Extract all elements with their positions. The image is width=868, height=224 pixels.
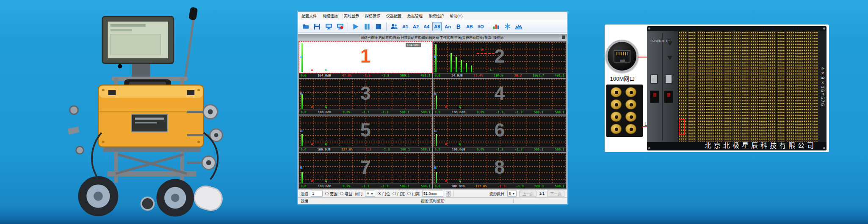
readout-value: 0.0 <box>435 148 441 151</box>
range-radio-label: 范围 <box>330 191 337 197</box>
menu-network[interactable]: 网络连接 <box>323 13 338 19</box>
step-down-icon[interactable]: ▼ <box>446 194 451 197</box>
menu-system-maintenance[interactable]: 系统维护 <box>428 13 444 19</box>
next-page-button[interactable]: 下一页 <box>547 191 564 197</box>
io-button[interactable]: I/O <box>476 22 486 31</box>
serial-connector <box>665 74 672 84</box>
instrument-case <box>98 79 204 147</box>
connection-status-bar: 网络已连接 启动方式:自动 扫描驱动方式:编码器驱动 工作状态:空闲(等待启动信… <box>298 34 567 41</box>
channel-3-panel[interactable]: B A C 3 <box>299 79 432 110</box>
gate-value-input[interactable] <box>422 191 443 197</box>
gate-c-marker: C <box>325 179 327 183</box>
open-config-button[interactable] <box>301 22 311 32</box>
ethernet-port-magnifier <box>605 40 639 73</box>
wave-count-select[interactable]: 8▼ <box>507 191 517 197</box>
view-a1-button[interactable]: A1 <box>401 22 410 31</box>
gain-radio[interactable]: 增益 <box>340 191 352 197</box>
local-display-button[interactable] <box>323 22 334 32</box>
radio-icon <box>325 192 329 195</box>
gate-position-label: 门位 <box>382 191 390 197</box>
channel-5-panel[interactable]: B A C 5 <box>299 115 432 147</box>
vent-triangle-icon <box>667 56 672 60</box>
readout-value: 500.1 <box>421 185 431 188</box>
sma-connector-icon <box>625 99 636 109</box>
sma-connector-icon <box>625 87 636 97</box>
value-stepper[interactable]: ▲▼ <box>446 191 451 197</box>
toolbar: A1 A2 A4 A8 An B AB I/O <box>298 20 567 33</box>
menu-bar: 配置文件 网络连接 实时显示 探伤操作 仪器配置 数据管理 系统维护 帮助(H) <box>298 12 567 20</box>
spectrum-icon <box>515 23 522 30</box>
pin-icon[interactable] <box>562 36 565 39</box>
divider <box>453 191 453 197</box>
gold-pin-array <box>678 31 818 142</box>
spectrum-button[interactable] <box>514 22 524 32</box>
readout-value: -1.3 <box>381 185 388 188</box>
start-button[interactable] <box>351 22 361 32</box>
range-radio[interactable]: 范围 <box>325 191 337 197</box>
readout-value: -1.3 <box>381 111 388 114</box>
gate-position-radio[interactable]: 门位 <box>378 191 390 197</box>
wave-count-label: 波形数目 <box>489 191 504 197</box>
channel-1-panel[interactable]: B A C 1 104.0dB <box>299 41 432 73</box>
readout-value: 0.0% <box>477 148 484 151</box>
menu-flaw-detection[interactable]: 探伤操作 <box>365 13 380 19</box>
gate-select[interactable]: A▼ <box>365 191 375 197</box>
readout-value: 500.1 <box>555 111 564 114</box>
channel-input[interactable] <box>311 191 323 197</box>
sma-connector-icon <box>611 112 622 122</box>
view-an-button[interactable]: An <box>443 22 453 31</box>
step-up-icon[interactable]: ▲ <box>446 191 451 194</box>
readout-value: -1.3 <box>362 185 369 188</box>
channel-7-panel[interactable]: B A C 7 <box>299 153 432 184</box>
menu-help[interactable]: 帮助(H) <box>450 13 463 19</box>
power-switch[interactable] <box>650 90 659 103</box>
network-display-button[interactable] <box>335 22 345 32</box>
readout-value: -1.3 <box>498 185 505 188</box>
save-button[interactable] <box>312 22 322 32</box>
channel-4: B A C 4 0.0100.0dB0.0%-1.3-1.3500.1500.1 <box>433 79 567 115</box>
stop-button[interactable] <box>373 22 384 32</box>
open-folder-icon <box>302 23 310 30</box>
monitor <box>102 16 174 79</box>
channel-8-panel[interactable]: B A C 8 <box>433 153 567 184</box>
readout-value: 500.1 <box>400 185 409 188</box>
freeze-button[interactable] <box>502 22 512 32</box>
readout-value: 0.0 <box>435 74 441 77</box>
prev-page-button[interactable]: 上一页 <box>519 191 536 197</box>
users-button[interactable] <box>389 22 399 32</box>
readout-value: 500.1 <box>534 111 544 114</box>
ethernet-port-label: 100M网口 <box>605 74 640 82</box>
toolbar-separator <box>348 22 348 31</box>
view-a2-button[interactable]: A2 <box>411 22 420 31</box>
readout-value: 28.2 <box>514 74 522 77</box>
readout-value: 500.1 <box>421 148 431 151</box>
instrument-chassis: TOWER UT 4×9×16=576 北京北极星辰科技有限公司 <box>647 26 827 150</box>
gate-width-radio[interactable]: 门宽 <box>393 191 405 197</box>
view-a8-button[interactable]: A8 <box>432 22 442 31</box>
channel-label: 通道 <box>301 191 308 197</box>
menu-data-management[interactable]: 数据管理 <box>407 13 423 19</box>
channel-1-readout: 0.0104.0dB47.0%-1.3-1.3500.1491.1 <box>299 73 432 78</box>
channel-4-panel[interactable]: B A C 4 <box>433 79 567 110</box>
menu-realtime-display[interactable]: 实时显示 <box>344 13 359 19</box>
gate-select-value: A <box>367 191 369 196</box>
view-ab-button[interactable]: AB <box>464 22 475 31</box>
screw-icon <box>648 27 650 30</box>
channel-2-panel[interactable]: B A C 2 <box>433 41 567 73</box>
view-b-button[interactable]: B <box>454 22 463 31</box>
readout-value: 0.0 <box>435 111 441 114</box>
readout-value: 184.9 <box>494 74 503 77</box>
view-a4-button[interactable]: A4 <box>422 22 431 31</box>
statistics-button[interactable] <box>491 22 501 32</box>
readout-value: 491.1 <box>421 74 431 77</box>
gate-height-radio[interactable]: 门高 <box>407 191 420 197</box>
channel-5: B A C 5 0.0100.0dB127.0%-1.3-1.3500.1500… <box>299 115 432 152</box>
pause-button[interactable] <box>362 22 372 32</box>
monitor-connect-icon <box>337 23 344 30</box>
chevron-down-icon: ▼ <box>370 192 373 195</box>
power-switch[interactable] <box>664 90 673 103</box>
screw-icon <box>823 147 825 149</box>
menu-instrument-config[interactable]: 仪器配置 <box>386 13 401 19</box>
menu-config-file[interactable]: 配置文件 <box>301 13 317 19</box>
channel-6-panel[interactable]: B A C 6 <box>433 115 567 147</box>
